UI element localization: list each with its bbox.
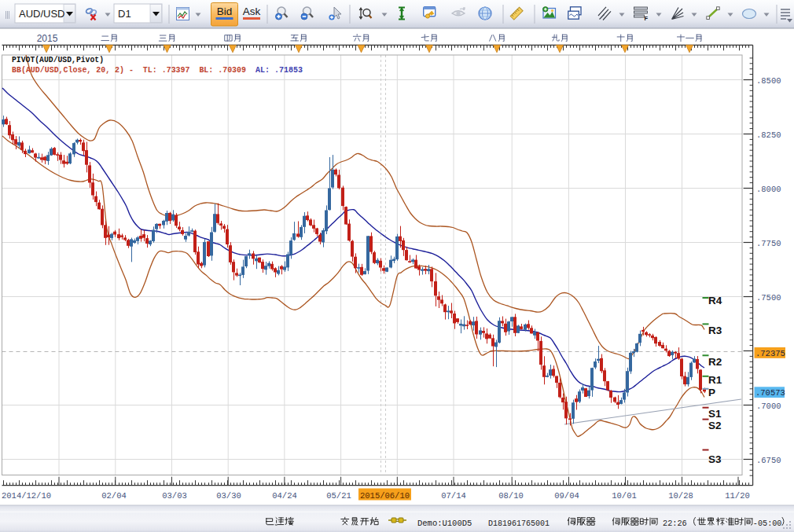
svg-text:.8500: .8500 — [756, 76, 781, 86]
svg-text:.7750: .7750 — [756, 239, 781, 248]
svg-text:05/21: 05/21 — [326, 491, 351, 501]
svg-text:.72375: .72375 — [755, 349, 785, 358]
svg-text:03/03: 03/03 — [162, 491, 187, 501]
svg-text:08/10: 08/10 — [498, 491, 524, 501]
svg-text:2015/06/10: 2015/06/10 — [360, 491, 410, 501]
svg-text:R1: R1 — [708, 374, 722, 386]
svg-text:04/24: 04/24 — [272, 491, 297, 501]
svg-text:2014/12/10: 2014/12/10 — [2, 491, 51, 501]
svg-text:.7500: .7500 — [756, 293, 781, 303]
svg-text:PIVOT(AUD/USD,Pivot): PIVOT(AUD/USD,Pivot) — [12, 56, 104, 64]
svg-text:.8250: .8250 — [756, 130, 781, 140]
svg-text:-05:00: -05:00 — [753, 519, 782, 528]
svg-text:11/20: 11/20 — [725, 491, 750, 501]
svg-text:2015: 2015 — [37, 33, 58, 44]
svg-text:R2: R2 — [708, 356, 722, 368]
svg-text:22:26: 22:26 — [658, 519, 692, 528]
svg-text:02/04: 02/04 — [101, 491, 127, 501]
svg-text:D1: D1 — [118, 8, 131, 20]
svg-text:.8000: .8000 — [756, 185, 781, 194]
svg-text:10/28: 10/28 — [668, 491, 693, 501]
svg-text:R3: R3 — [708, 325, 722, 336]
svg-text:BB(AUD/USD,Close, 20, 2) - TL: BB(AUD/USD,Close, 20, 2) - TL: .73397 BL… — [12, 66, 246, 75]
svg-text:S1: S1 — [708, 408, 722, 420]
svg-text:AUD/USD: AUD/USD — [19, 8, 65, 20]
svg-text:D181961765001: D181961765001 — [488, 519, 550, 528]
svg-text:Demo:U100D5: Demo:U100D5 — [417, 519, 472, 528]
svg-text:03/30: 03/30 — [216, 491, 241, 501]
svg-text:AL: .71853: AL: .71853 — [255, 66, 303, 75]
svg-text:.70573: .70573 — [755, 388, 785, 398]
svg-text:.6750: .6750 — [756, 456, 781, 465]
svg-text:07/14: 07/14 — [441, 491, 466, 501]
svg-text:Bid: Bid — [217, 6, 233, 17]
svg-text:P: P — [708, 387, 715, 398]
svg-text:09/04: 09/04 — [554, 491, 579, 501]
svg-text:S3: S3 — [708, 453, 722, 465]
svg-text:.7000: .7000 — [756, 402, 781, 411]
svg-text:R4: R4 — [708, 295, 722, 306]
svg-text:10/01: 10/01 — [612, 491, 637, 501]
svg-text:S2: S2 — [708, 420, 722, 431]
svg-text:F: F — [645, 15, 649, 22]
svg-text:Ask: Ask — [243, 6, 261, 17]
